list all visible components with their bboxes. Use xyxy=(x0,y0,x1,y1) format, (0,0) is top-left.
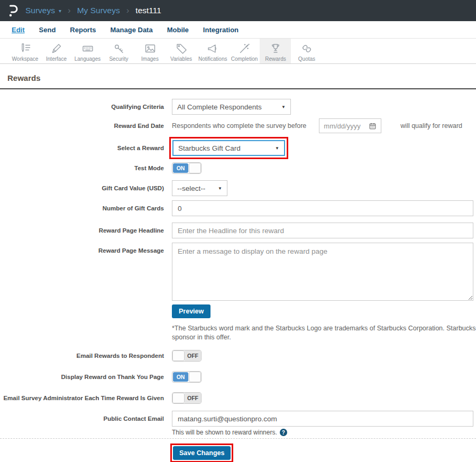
email-admin-toggle[interactable]: OFF xyxy=(172,392,202,404)
megaphone-icon xyxy=(206,42,219,55)
toggle-knob xyxy=(189,372,201,382)
surveys-menu-label: Surveys xyxy=(25,6,55,15)
toolbar-item-rewards[interactable]: Rewards xyxy=(260,39,291,63)
main-tabs: Edit Send Reports Manage Data Mobile Int… xyxy=(0,21,476,39)
toolbar-item-languages[interactable]: Languages xyxy=(72,39,103,63)
toolbar-item-workspace[interactable]: Workspace xyxy=(10,39,41,63)
toolbar-item-label: Interface xyxy=(46,56,67,62)
select-reward-label: Select a Reward xyxy=(0,145,164,151)
preview-button[interactable]: Preview xyxy=(172,304,210,318)
tag-icon xyxy=(175,42,188,55)
heading-rule xyxy=(0,88,476,89)
reward-page-message-label: Reward Page Message xyxy=(0,243,164,254)
starbucks-disclaimer: *The Starbucks word mark and the Starbuc… xyxy=(172,324,476,342)
toolbar-item-label: Languages xyxy=(75,56,101,62)
pen-list-icon xyxy=(19,42,32,55)
toolbar-item-label: Completion xyxy=(231,56,258,62)
email-rewards-label: Email Rewards to Respondent xyxy=(0,353,164,359)
save-row: Save Changes xyxy=(170,443,476,462)
toolbar-item-notifications[interactable]: Notifications xyxy=(197,39,228,63)
reward-page-headline-label: Reward Page Headline xyxy=(0,227,164,234)
toolbar-item-label: Security xyxy=(109,56,128,62)
chevron-down-icon: ▾ xyxy=(59,8,61,14)
toolbar-item-quotas[interactable]: Quotas xyxy=(291,39,322,63)
questionpro-logo-icon[interactable] xyxy=(6,4,20,18)
select-value: --select-- xyxy=(177,184,205,192)
topbar: Surveys ▾ › My Surveys › test111 xyxy=(0,0,476,21)
number-of-gift-cards-input[interactable] xyxy=(172,200,473,216)
edit-toolbar: Workspace Interface Languages Security I… xyxy=(0,39,476,64)
toolbar-item-images[interactable]: Images xyxy=(134,39,166,63)
pencil-icon xyxy=(50,42,63,55)
reward-end-date-input[interactable]: mm/dd/yyyy xyxy=(319,118,381,133)
toolbar-item-completion[interactable]: Completion xyxy=(228,39,260,63)
chain-icon xyxy=(300,42,313,55)
tab-manage-data[interactable]: Manage Data xyxy=(110,26,152,34)
breadcrumb-separator: › xyxy=(68,5,71,16)
disclaimer-line-2: sponsor in this offer. xyxy=(172,333,476,342)
calendar-icon[interactable] xyxy=(369,122,377,130)
date-placeholder: mm/dd/yyyy xyxy=(324,122,360,130)
disclaimer-line-1: *The Starbucks word mark and the Starbuc… xyxy=(172,324,476,333)
caret-down-icon: ▼ xyxy=(218,186,222,191)
rewards-form: Qualifying Criteria All Complete Respond… xyxy=(0,99,476,436)
save-changes-button[interactable]: Save Changes xyxy=(173,446,231,460)
helper-text: This will be shown to reward winners. xyxy=(172,429,277,436)
toggle-state-text: OFF xyxy=(185,393,201,403)
tab-edit[interactable]: Edit xyxy=(12,26,25,34)
toolbar-item-label: Images xyxy=(141,56,159,62)
toolbar-item-interface[interactable]: Interface xyxy=(41,39,72,63)
gift-card-value-select[interactable]: --select-- ▼ xyxy=(172,180,227,196)
public-contact-email-input[interactable] xyxy=(172,411,473,427)
toggle-state-text: ON xyxy=(173,372,188,382)
toolbar-item-label: Quotas xyxy=(298,56,315,62)
reward-end-date-label: Reward End Date xyxy=(0,123,164,129)
toolbar-item-label: Workspace xyxy=(12,56,39,62)
caret-down-icon: ▼ xyxy=(281,105,286,109)
page-title: Rewards xyxy=(7,73,476,82)
select-value: All Complete Respondents xyxy=(177,103,262,111)
email-admin-label: Email Survey Administrator Each Time Rew… xyxy=(0,395,164,401)
toolbar-item-label: Rewards xyxy=(265,56,286,62)
end-date-prefix-text: Respondents who complete the survey befo… xyxy=(172,122,306,130)
number-of-gift-cards-label: Number of Gift Cards xyxy=(0,205,164,211)
select-reward-select[interactable]: Starbucks Gift Card ▼ xyxy=(172,140,285,156)
tab-reports[interactable]: Reports xyxy=(70,26,96,34)
test-mode-label: Test Mode xyxy=(0,165,164,171)
toolbar-item-security[interactable]: Security xyxy=(103,39,134,63)
breadcrumb-my-surveys[interactable]: My Surveys xyxy=(77,6,120,15)
keyboard-icon xyxy=(81,42,94,55)
toolbar-item-label: Notifications xyxy=(198,56,227,62)
tab-send[interactable]: Send xyxy=(39,26,56,34)
wand-icon xyxy=(238,42,251,55)
annotation-highlight-select-reward: Starbucks Gift Card ▼ xyxy=(169,137,288,159)
annotation-highlight-save: Save Changes xyxy=(170,443,233,462)
surveys-menu[interactable]: Surveys ▾ xyxy=(25,6,61,15)
reward-page-headline-input[interactable] xyxy=(172,223,473,238)
breadcrumb-separator: › xyxy=(126,5,130,16)
breadcrumb: Surveys ▾ › My Surveys › test111 xyxy=(25,5,161,16)
help-icon[interactable]: ? xyxy=(280,429,287,436)
end-date-suffix-text: will qualify for reward xyxy=(400,122,462,130)
display-reward-label: Display Reward on Thank You Page xyxy=(0,374,164,380)
image-icon xyxy=(144,42,157,55)
toolbar-item-label: Variables xyxy=(170,56,192,62)
test-mode-toggle[interactable]: ON xyxy=(172,162,202,174)
qualifying-criteria-label: Qualifying Criteria xyxy=(0,104,164,110)
toggle-knob xyxy=(189,163,201,173)
breadcrumb-current-survey: test111 xyxy=(135,6,161,15)
tab-mobile[interactable]: Mobile xyxy=(167,26,189,34)
toggle-state-text: ON xyxy=(173,163,188,173)
toolbar-item-variables[interactable]: Variables xyxy=(166,39,197,63)
tab-integration[interactable]: Integration xyxy=(203,26,239,34)
trophy-icon xyxy=(269,42,282,55)
display-reward-toggle[interactable]: ON xyxy=(172,371,202,383)
reward-page-message-textarea[interactable] xyxy=(172,243,473,301)
email-rewards-toggle[interactable]: OFF xyxy=(172,350,202,362)
key-icon xyxy=(113,42,125,55)
gift-card-value-label: Gift Card Value (USD) xyxy=(0,185,164,191)
caret-down-icon: ▼ xyxy=(275,146,279,151)
toggle-knob xyxy=(172,393,185,403)
qualifying-criteria-select[interactable]: All Complete Respondents ▼ xyxy=(172,99,291,115)
toggle-state-text: OFF xyxy=(185,350,201,361)
